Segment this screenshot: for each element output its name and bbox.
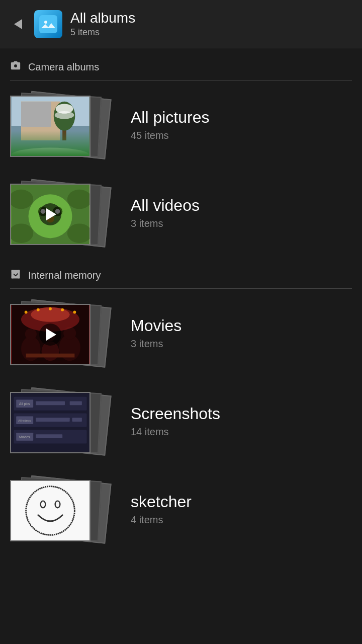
camera-albums-label: Camera albums xyxy=(28,61,99,73)
all-pictures-name: All pictures xyxy=(131,108,352,127)
all-pictures-photo xyxy=(11,97,89,156)
movies-info: Movies 3 items xyxy=(131,316,352,350)
play-button-overlay xyxy=(39,203,61,225)
gallery-icon xyxy=(39,15,57,33)
screenshots-name: Screenshots xyxy=(131,404,352,423)
internal-memory-label: Internal memory xyxy=(28,270,101,281)
svg-point-35 xyxy=(25,328,37,340)
screenshots-content: All pics All videos Movies xyxy=(11,393,89,452)
camera-icon xyxy=(10,60,21,74)
svg-rect-59 xyxy=(36,434,62,438)
movies-count: 3 items xyxy=(131,338,352,350)
svg-rect-0 xyxy=(39,15,57,33)
svg-rect-66 xyxy=(12,481,89,540)
svg-point-45 xyxy=(61,308,64,311)
thumb-main-image xyxy=(10,304,90,365)
svg-rect-5 xyxy=(24,104,31,110)
header: All albums 5 items xyxy=(0,0,362,48)
thumb-main-image xyxy=(10,184,90,245)
album-item-sketcher[interactable]: sketcher 4 items xyxy=(0,465,362,553)
album-item-movies[interactable]: Movies 3 items xyxy=(0,289,362,377)
all-videos-thumbnail xyxy=(10,179,116,247)
screenshots-info: Screenshots 14 items xyxy=(131,404,352,438)
svg-point-46 xyxy=(73,311,76,314)
album-item-all-pictures[interactable]: All pictures 45 items xyxy=(0,80,362,169)
svg-point-42 xyxy=(25,311,28,314)
svg-rect-7 xyxy=(43,104,50,110)
svg-point-1 xyxy=(44,21,47,24)
movies-name: Movies xyxy=(131,316,352,335)
svg-rect-47 xyxy=(26,354,75,358)
svg-rect-8 xyxy=(24,112,31,118)
page-title: All albums xyxy=(70,10,135,27)
svg-point-44 xyxy=(49,307,52,310)
back-button[interactable] xyxy=(8,14,28,34)
thumb-main-image xyxy=(10,96,90,157)
svg-point-16 xyxy=(55,111,74,119)
svg-rect-11 xyxy=(24,121,31,127)
play-button-overlay xyxy=(39,324,61,346)
sketcher-thumbnail xyxy=(10,475,116,543)
play-triangle-icon xyxy=(46,329,56,341)
svg-rect-55 xyxy=(36,418,70,422)
internal-memory-section-header: Internal memory xyxy=(0,257,362,288)
movies-thumbnail xyxy=(10,299,116,367)
svg-rect-3 xyxy=(12,97,89,126)
svg-rect-12 xyxy=(43,121,50,127)
camera-albums-section-header: Camera albums xyxy=(0,48,362,80)
svg-point-43 xyxy=(37,308,40,311)
svg-rect-52 xyxy=(70,401,82,405)
svg-rect-9 xyxy=(33,112,41,118)
all-videos-name: All videos xyxy=(131,196,352,215)
svg-text:All videos: All videos xyxy=(18,419,31,422)
screenshots-count: 14 items xyxy=(131,426,352,438)
header-text: All albums 5 items xyxy=(70,10,135,38)
all-pictures-info: All pictures 45 items xyxy=(131,108,352,141)
all-videos-count: 3 items xyxy=(131,218,352,229)
thumb-main-image xyxy=(10,480,90,541)
all-pictures-thumbnail xyxy=(10,91,116,158)
item-count: 5 items xyxy=(70,27,135,38)
sketcher-name: sketcher xyxy=(131,492,352,511)
svg-rect-10 xyxy=(43,112,50,118)
svg-rect-4 xyxy=(21,102,60,140)
screenshots-thumbnail: All pics All videos Movies xyxy=(10,387,116,455)
memory-icon xyxy=(10,269,21,282)
svg-rect-51 xyxy=(36,401,65,405)
all-videos-info: All videos 3 items xyxy=(131,196,352,229)
sketcher-content xyxy=(11,481,89,540)
thumb-main-image: All pics All videos Movies xyxy=(10,392,90,453)
album-item-screenshots[interactable]: All pics All videos Movies Screenshots 1… xyxy=(0,377,362,465)
movies-photo xyxy=(11,305,89,364)
svg-text:All pics: All pics xyxy=(19,402,30,406)
svg-rect-6 xyxy=(33,104,41,110)
sketcher-info: sketcher 4 items xyxy=(131,492,352,526)
play-triangle-icon xyxy=(46,208,56,220)
svg-text:Movies: Movies xyxy=(19,435,30,439)
svg-rect-32 xyxy=(12,277,20,279)
svg-rect-56 xyxy=(72,418,82,422)
back-arrow-icon xyxy=(14,19,22,29)
all-videos-photo xyxy=(11,185,89,244)
all-pictures-count: 45 items xyxy=(131,130,352,141)
sketcher-count: 4 items xyxy=(131,514,352,526)
svg-point-17 xyxy=(12,148,89,156)
app-icon xyxy=(34,10,62,38)
album-item-all-videos[interactable]: All videos 3 items xyxy=(0,169,362,257)
